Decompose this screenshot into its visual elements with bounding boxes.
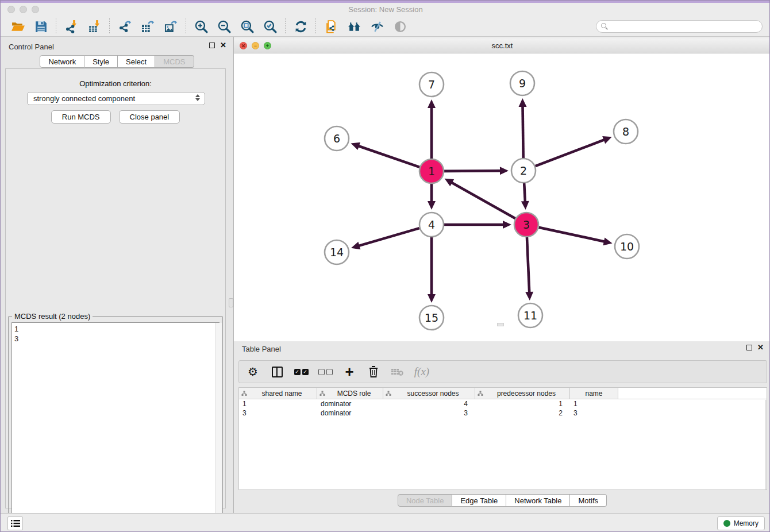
edge-3-10[interactable] bbox=[538, 228, 605, 242]
table-row[interactable]: 3dominator323 bbox=[239, 408, 767, 418]
column-sort-icon bbox=[386, 391, 391, 396]
edge-3-1[interactable] bbox=[451, 182, 515, 218]
tab-style[interactable]: Style bbox=[84, 55, 118, 68]
column-header-shared-name[interactable]: shared name bbox=[239, 388, 317, 399]
export-network-icon bbox=[118, 20, 132, 34]
import-table-button[interactable] bbox=[83, 18, 106, 35]
table-cell[interactable]: dominator bbox=[317, 399, 383, 408]
delete-column-button[interactable] bbox=[365, 364, 382, 380]
export-table-button[interactable] bbox=[136, 18, 159, 35]
hide-panel-button[interactable] bbox=[365, 18, 388, 35]
delete-table-button[interactable] bbox=[390, 364, 406, 380]
table-cell[interactable]: 2 bbox=[475, 408, 570, 418]
tab-select[interactable]: Select bbox=[118, 55, 155, 68]
edge-2-9[interactable] bbox=[523, 106, 523, 158]
edge-2-8[interactable] bbox=[536, 140, 605, 166]
column-header-name[interactable]: name bbox=[570, 388, 618, 399]
zoom-fit-button[interactable] bbox=[236, 18, 259, 35]
control-panel-tabs: Network Style Select MCDS bbox=[1, 55, 233, 68]
edge-arrowhead bbox=[525, 292, 533, 300]
node-label-4: 4 bbox=[428, 218, 435, 231]
column-sort-icon bbox=[241, 391, 247, 396]
tab-node-table[interactable]: Node Table bbox=[398, 494, 453, 507]
table-cell[interactable]: 1 bbox=[239, 399, 317, 408]
result-scrollbar[interactable] bbox=[215, 323, 222, 527]
status-bar: Memory bbox=[1, 513, 770, 532]
column-header-MCDS-role[interactable]: MCDS role bbox=[317, 388, 383, 399]
dropdown-stepper-icon bbox=[194, 94, 201, 101]
table-cell[interactable]: 3 bbox=[239, 408, 317, 418]
node-label-1: 1 bbox=[428, 165, 435, 178]
edge-4-14[interactable] bbox=[358, 228, 419, 246]
window-title: Session: New Session bbox=[1, 5, 770, 14]
node-label-15: 15 bbox=[425, 311, 438, 324]
edge-1-6[interactable] bbox=[358, 146, 419, 167]
memory-status-icon bbox=[723, 520, 730, 527]
edge-arrowhead bbox=[351, 142, 360, 150]
zoom-selected-button[interactable] bbox=[259, 18, 282, 35]
table-scrollbar[interactable] bbox=[765, 400, 767, 489]
tab-motifs[interactable]: Motifs bbox=[570, 494, 607, 507]
import-network-icon bbox=[64, 20, 79, 34]
table-row[interactable]: 1dominator411 bbox=[239, 399, 767, 408]
tab-network[interactable]: Network bbox=[40, 55, 84, 68]
table-cell[interactable]: 1 bbox=[570, 399, 618, 408]
show-panel-button[interactable] bbox=[388, 18, 411, 35]
memory-button[interactable]: Memory bbox=[717, 516, 765, 530]
close-table-panel-icon[interactable]: ✕ bbox=[757, 345, 764, 350]
network-splitter-handle[interactable] bbox=[497, 323, 504, 326]
search-input[interactable] bbox=[596, 20, 763, 33]
table-cell[interactable]: 4 bbox=[383, 399, 475, 408]
edge-1-2[interactable] bbox=[444, 171, 501, 171]
table-cell[interactable]: 1 bbox=[475, 399, 570, 408]
panel-splitter-handle[interactable] bbox=[229, 298, 233, 307]
export-network-button[interactable] bbox=[113, 18, 136, 35]
open-session-button[interactable] bbox=[6, 18, 29, 35]
close-panel-button[interactable]: Close panel bbox=[119, 110, 180, 124]
network-graph[interactable]: 7968124314101511 bbox=[234, 53, 770, 341]
zoom-in-button[interactable] bbox=[190, 18, 213, 35]
tab-network-table[interactable]: Network Table bbox=[506, 494, 570, 507]
export-image-button[interactable] bbox=[159, 18, 182, 35]
float-table-panel-icon[interactable] bbox=[746, 345, 752, 350]
table-cell[interactable]: dominator bbox=[317, 408, 383, 418]
refresh-button[interactable] bbox=[289, 18, 312, 35]
control-panel: Control Panel ✕ Network Style Select MCD… bbox=[1, 37, 234, 513]
network-canvas[interactable]: 7968124314101511 bbox=[234, 53, 770, 341]
float-panel-icon[interactable] bbox=[209, 43, 215, 48]
edge-arrowhead bbox=[500, 167, 509, 175]
export-table-icon bbox=[141, 20, 155, 34]
tab-edge-table[interactable]: Edge Table bbox=[452, 494, 506, 507]
save-session-button[interactable] bbox=[29, 18, 52, 35]
copy-network-button[interactable] bbox=[319, 18, 342, 35]
node-label-14: 14 bbox=[330, 246, 344, 259]
tab-mcds[interactable]: MCDS bbox=[155, 55, 194, 68]
home-button[interactable] bbox=[342, 18, 365, 35]
node-label-6: 6 bbox=[333, 132, 340, 145]
import-table-icon bbox=[87, 20, 102, 34]
select-all-columns-button[interactable]: ✓✓ bbox=[293, 364, 309, 380]
column-header-predecessor-nodes[interactable]: predecessor nodes bbox=[475, 388, 570, 399]
column-view-icon bbox=[272, 367, 283, 377]
edge-2-3[interactable] bbox=[524, 183, 525, 202]
window-titlebar[interactable]: Session: New Session bbox=[1, 3, 770, 17]
column-header-label: name bbox=[570, 390, 618, 398]
table-cell[interactable]: 3 bbox=[570, 408, 618, 418]
run-mcds-button[interactable]: Run MCDS bbox=[51, 110, 111, 124]
import-network-button[interactable] bbox=[60, 18, 83, 35]
column-view-button[interactable] bbox=[269, 364, 285, 380]
table-cell[interactable]: 3 bbox=[383, 408, 475, 418]
column-header-successor-nodes[interactable]: successor nodes bbox=[383, 388, 475, 399]
close-panel-icon[interactable]: ✕ bbox=[220, 43, 226, 48]
task-history-button[interactable] bbox=[7, 516, 23, 530]
zoom-out-button[interactable] bbox=[213, 18, 236, 35]
deselect-all-columns-button[interactable] bbox=[317, 364, 333, 380]
edge-3-11[interactable] bbox=[527, 237, 529, 293]
mcds-result-text[interactable]: 1 3 bbox=[11, 322, 220, 528]
function-builder-button[interactable]: f(x) bbox=[414, 364, 430, 380]
add-column-button[interactable]: + bbox=[341, 364, 357, 380]
settings-gear-button[interactable]: ⚙ bbox=[245, 364, 261, 380]
optimization-criterion-select[interactable]: strongly connected component bbox=[27, 92, 205, 105]
mcds-panel: Optimization criterion: strongly connect… bbox=[5, 68, 226, 508]
network-window-titlebar[interactable]: ✕ − + scc.txt bbox=[234, 38, 770, 53]
